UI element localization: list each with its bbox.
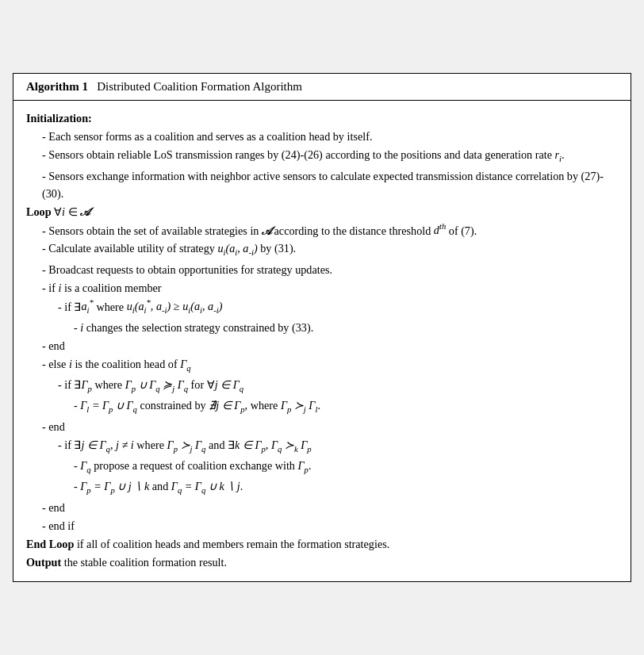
initialization-label: Initialization: [26, 109, 618, 127]
loop-if-2b: - Γp = Γp ∪ j ∖ k and Γq = Γq ∪ k ∖ j. [26, 477, 618, 497]
loop-end-2: - end [26, 418, 618, 435]
loop-if-1a: - if ∃ai* where ui(ai*, a-i) ≥ ui(ai, a-… [26, 297, 618, 318]
loop-line-1: - Sensors obtain the set of available st… [26, 221, 618, 239]
algorithm-title: Distributed Coalition Formation Algorith… [97, 80, 302, 93]
loop-if-2a: - Γq propose a request of coalition exch… [26, 457, 618, 477]
end-loop-line: End Loop if all of coalition heads and m… [26, 535, 618, 553]
algorithm-header: Algorithm 1 Distributed Coalition Format… [13, 74, 631, 101]
loop-if-1: - if i is a coalition member [26, 279, 618, 297]
loop-else-1: - else i is the coalition head of Γq [26, 355, 618, 375]
loop-line-3: - Broadcast requests to obtain opportuni… [26, 261, 618, 278]
init-line-3: - Sensors exchange information with neig… [26, 167, 618, 202]
loop-else-if-1a: - Γl = Γp ∪ Γq constrained by ∄j ∈ Γp, w… [26, 396, 618, 416]
loop-end-1: - end [26, 337, 618, 354]
loop-end-if: - end if [26, 517, 618, 534]
init-line-1: - Each sensor forms as a coalition and s… [26, 128, 618, 145]
loop-end-3: - end [26, 499, 618, 516]
init-line-2: - Sensors obtain reliable LoS transmissi… [26, 146, 618, 166]
loop-else-if-1: - if ∃Γp where Γp ∪ Γq ≽j Γq for ∀j ∈ Γq [26, 376, 618, 396]
algorithm-body: Initialization: - Each sensor forms as a… [13, 101, 631, 581]
loop-if-1b: - i changes the selection strategy const… [26, 319, 618, 336]
output-line: Output the stable coalition formation re… [26, 553, 618, 571]
loop-label: Loop ∀i ∈ 𝒜 [26, 203, 618, 220]
loop-line-2: - Calculate available utility of strateg… [26, 239, 618, 259]
algorithm-container: Algorithm 1 Distributed Coalition Format… [13, 73, 631, 582]
algorithm-number: Algorithm 1 [26, 80, 88, 93]
loop-if-2: - if ∃j ∈ Γq, j ≠ i where Γp ≻j Γq and ∃… [26, 436, 618, 456]
